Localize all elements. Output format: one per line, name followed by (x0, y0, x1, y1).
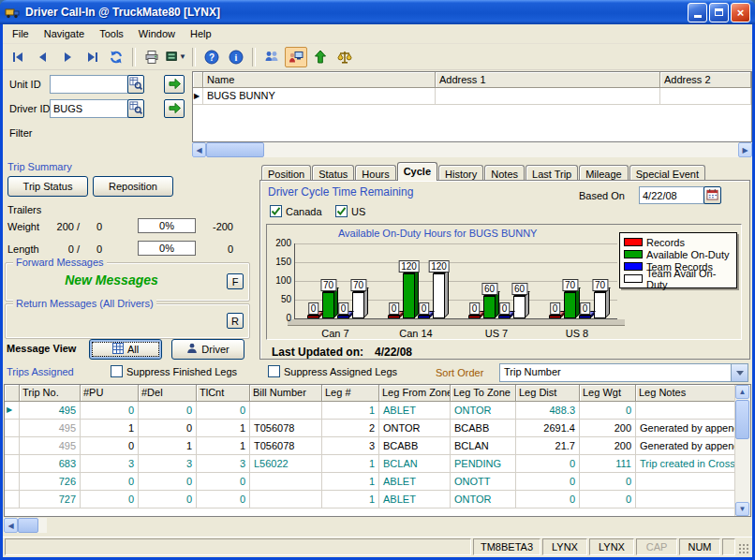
trips-cell: T056078 (250, 420, 322, 437)
tab-status[interactable]: Status (312, 165, 354, 181)
resize-grip[interactable] (737, 542, 750, 555)
info-icon-button[interactable]: i (225, 47, 247, 67)
message-view-all-button[interactable]: All (89, 339, 162, 360)
canada-checkbox[interactable]: Canada (270, 205, 322, 217)
table-row[interactable]: ▶4950001ABLETONTOR488.30 (5, 402, 737, 420)
tab-mileage[interactable]: Mileage (579, 165, 629, 181)
all-button-label: All (127, 344, 139, 355)
forward-messages-button[interactable]: F (227, 273, 244, 289)
menu-tools[interactable]: Tools (92, 25, 131, 42)
checkin-button[interactable] (309, 47, 332, 67)
maximize-button[interactable] (709, 3, 729, 22)
first-record-button[interactable] (7, 47, 30, 67)
trips-grid-vscrollbar: ▲ ▼ (734, 385, 750, 516)
trips-col-header[interactable]: Leg Notes (636, 385, 737, 402)
sort-order-combo[interactable]: Trip Number (499, 363, 748, 382)
trips-col-header[interactable]: Leg From Zone (379, 385, 451, 402)
table-row[interactable]: 7260001ABLETONOTT00 (5, 473, 737, 491)
message-view-driver-button[interactable]: Driver (171, 339, 244, 360)
table-row[interactable]: 683333L560221BCLANPENDING0111Trip create… (5, 455, 737, 473)
scroll-left-button[interactable]: ◀ (192, 142, 206, 157)
scroll-left-button[interactable]: ◀ (4, 518, 18, 533)
chart-plot: 050100150200Can 7070070Can 1401200120US … (295, 243, 617, 318)
trips-cell: 2691.4 (516, 420, 580, 437)
trips-cell: 488.3 (516, 402, 580, 420)
menu-help[interactable]: Help (183, 25, 219, 42)
last-record-button[interactable] (81, 47, 103, 67)
tab-position[interactable]: Position (261, 165, 311, 181)
legend-label: Available On-Duty (646, 249, 729, 260)
chevron-down-icon[interactable] (731, 364, 748, 381)
tab-hours[interactable]: Hours (355, 165, 395, 181)
bar-value-label: 0 (550, 302, 561, 315)
tab-special-event[interactable]: Special Event (629, 165, 705, 181)
us-checkbox[interactable]: US (335, 205, 365, 217)
trips-col-header[interactable]: Leg Dist (516, 385, 580, 402)
trips-cell: BCABB (451, 420, 516, 437)
trips-cell: 0 (139, 420, 197, 437)
trips-col-header[interactable]: Leg # (322, 385, 379, 402)
menu-file[interactable]: File (5, 25, 37, 42)
driver-id-input[interactable] (50, 99, 128, 118)
reposition-button[interactable]: Reposition (93, 176, 173, 197)
menu-navigate[interactable]: Navigate (37, 25, 92, 42)
trips-col-header[interactable]: TlCnt (197, 385, 250, 402)
prior-record-button[interactable] (32, 47, 54, 67)
based-on-date-input[interactable] (639, 186, 704, 204)
tab-notes[interactable]: Notes (484, 165, 525, 181)
table-row[interactable]: 495101T0560782ONTORBCABB2691.4200Generat… (5, 420, 737, 437)
scroll-thumb[interactable] (18, 518, 38, 533)
suppress-finished-checkbox[interactable]: Suppress Finished Legs (111, 365, 237, 377)
trips-col-header[interactable]: Trip No. (20, 385, 81, 402)
tab-last-trip[interactable]: Last Trip (526, 165, 578, 181)
table-row[interactable]: ▶BUGS BUNNY (193, 88, 751, 105)
tab-cycle[interactable]: Cycle (397, 162, 437, 181)
next-record-button[interactable] (56, 47, 79, 67)
trips-col-header[interactable]: Leg To Zone (451, 385, 516, 402)
bar (307, 316, 319, 318)
driver-go-button[interactable] (164, 99, 185, 118)
table-row[interactable]: 7270001ABLETONTOR00 (5, 491, 737, 508)
scroll-right-button[interactable]: ▶ (738, 142, 752, 157)
trips-col-header[interactable]: #Del (139, 385, 197, 402)
menu-window[interactable]: Window (131, 25, 183, 42)
return-messages-button[interactable]: R (227, 313, 244, 329)
driver-callin-button[interactable] (285, 47, 307, 67)
trips-cell: 0 (81, 437, 139, 455)
trips-cell: Trip created in CrossE (636, 455, 737, 473)
help-icon-button[interactable]: ? (200, 47, 223, 67)
minimize-button[interactable] (688, 3, 707, 22)
close-button[interactable]: × (731, 3, 750, 22)
scroll-thumb[interactable] (735, 400, 749, 439)
trips-cell: 3 (197, 455, 250, 473)
name-grid-col-header[interactable]: Address 1 (436, 72, 660, 88)
name-grid-col-header[interactable]: Address 2 (660, 72, 751, 88)
name-grid-cell: BUGS BUNNY (203, 88, 436, 105)
trips-col-header[interactable]: Leg Wgt (580, 385, 636, 402)
table-row[interactable]: 495011T0560783BCABBBCLAN21.7200Generated… (5, 437, 737, 455)
scroll-thumb[interactable] (206, 142, 264, 157)
unit-lookup-button[interactable] (127, 75, 144, 94)
sort-order-label: Sort Order (436, 367, 483, 378)
green-arrow-icon (168, 102, 182, 116)
print-button[interactable] (141, 47, 163, 67)
scroll-up-button[interactable]: ▲ (735, 385, 749, 399)
report-menu-button[interactable]: ▼ (165, 47, 187, 67)
bar (564, 292, 576, 318)
driver-lookup-button[interactable] (127, 99, 144, 118)
trips-col-header[interactable]: #PU (81, 385, 139, 402)
trips-col-header[interactable]: Bill Number (250, 385, 322, 402)
unit-id-input[interactable] (50, 75, 128, 94)
calendar-button[interactable] (703, 186, 721, 204)
refresh-button[interactable] (105, 47, 127, 67)
users-button[interactable] (260, 47, 283, 67)
scales-button[interactable] (333, 47, 356, 67)
unit-go-button[interactable] (164, 75, 185, 94)
scroll-down-button[interactable]: ▼ (735, 502, 749, 516)
trips-cell: 0 (516, 473, 580, 491)
trips-cell: BCLAN (379, 455, 451, 473)
suppress-assigned-checkbox[interactable]: Suppress Assigned Legs (268, 365, 397, 377)
name-grid-col-header[interactable]: Name (203, 72, 436, 88)
tab-history[interactable]: History (438, 165, 483, 181)
trip-status-button[interactable]: Trip Status (7, 176, 88, 197)
